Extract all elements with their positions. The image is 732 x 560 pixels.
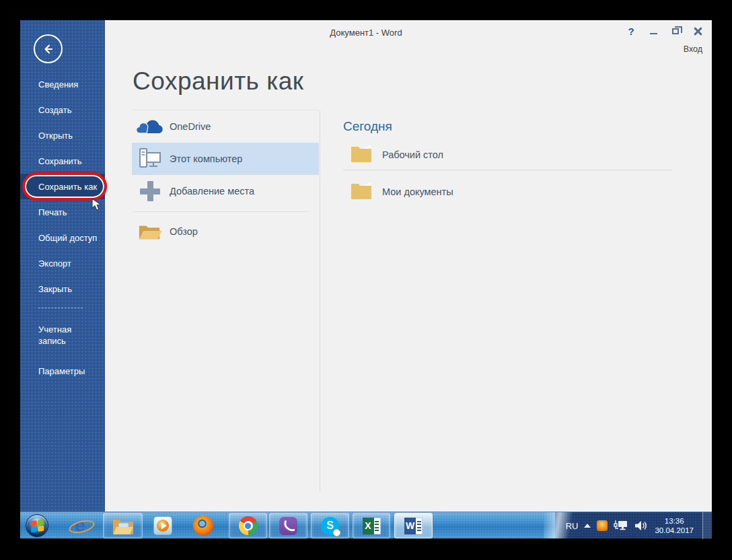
taskbar-item-viber[interactable] (269, 513, 307, 538)
backstage-sidebar: Сведения Создать Открыть Сохранить Сохра… (20, 20, 105, 512)
taskbar-item-firefox[interactable] (193, 516, 213, 536)
recent-group-heading: Сегодня (343, 119, 680, 134)
viber-icon (279, 517, 297, 535)
sidebar-item-label: Сведения (38, 79, 78, 90)
place-item-this-pc[interactable]: Этот компьютер (132, 143, 319, 175)
column-divider (320, 110, 320, 491)
start-button[interactable] (26, 514, 48, 537)
computer-icon (135, 147, 166, 171)
sidebar-item-export[interactable]: Экспорт (20, 250, 105, 276)
sidebar-item-label: Параметры (38, 366, 85, 376)
folder-item-my-documents[interactable]: Мои документы (343, 177, 680, 207)
close-icon (694, 27, 702, 36)
add-place-plus-icon (140, 181, 160, 201)
sidebar-item-info[interactable]: Сведения (20, 71, 105, 97)
skype-status-dot (333, 529, 340, 536)
folder-label: Мои документы (382, 186, 453, 197)
taskbar-item-ie[interactable]: e (70, 516, 90, 536)
show-desktop-button[interactable] (702, 512, 712, 539)
windows-logo-icon (30, 519, 44, 532)
restore-button[interactable] (667, 24, 684, 38)
media-player-icon (153, 516, 172, 535)
sidebar-item-label: Учетная запись (38, 324, 92, 347)
taskbar: e S X (20, 512, 712, 538)
sidebar-item-save-as[interactable]: Сохранить как (20, 174, 105, 199)
taskbar-item-excel[interactable]: X (353, 513, 390, 538)
tray-time: 13:36 (665, 517, 684, 525)
taskbar-item-word[interactable]: W (394, 513, 433, 538)
tray-clock[interactable]: 13:36 30.04.2017 (655, 516, 694, 535)
sidebar-item-label: Сохранить как (38, 182, 97, 192)
page-title: Сохранить как (133, 67, 303, 96)
volume-icon[interactable] (634, 520, 647, 531)
tray-date: 30.04.2017 (655, 526, 694, 534)
folder-item-desktop[interactable]: Рабочий стол (343, 140, 680, 170)
chrome-icon (239, 516, 258, 535)
network-icon[interactable] (614, 520, 628, 532)
explorer-icon (112, 517, 134, 535)
word-icon: W (404, 518, 423, 534)
browse-folder-icon (135, 222, 166, 241)
folder-icon (350, 180, 373, 204)
hidden-icons-chevron-icon[interactable] (584, 524, 591, 528)
minimize-icon (650, 33, 657, 34)
sidebar-item-label: Открыть (38, 131, 73, 141)
word-backstage-window: Документ1 - Word ? Вход Сведения Создать… (20, 20, 712, 512)
excel-icon: X (363, 518, 381, 534)
sidebar-item-new[interactable]: Создать (20, 97, 105, 123)
sign-in-link[interactable]: Вход (684, 44, 702, 54)
back-arrow-icon (40, 41, 57, 57)
recent-separator (343, 170, 673, 170)
sidebar-item-share[interactable]: Общий доступ (20, 225, 105, 250)
close-button[interactable] (689, 24, 706, 38)
sidebar-item-account[interactable]: Учетная запись (20, 319, 105, 351)
folder-icon (350, 143, 373, 167)
place-label: OneDrive (170, 121, 211, 132)
sidebar-item-label: Создать (38, 105, 71, 115)
places-separator (133, 211, 309, 212)
ie-icon: e (70, 516, 90, 536)
sidebar-item-label: Печать (38, 207, 67, 217)
sidebar-separator (38, 308, 83, 308)
taskbar-item-wmp[interactable] (153, 516, 173, 536)
sidebar-item-print[interactable]: Печать (20, 199, 105, 225)
system-tray: RU 13:36 30.04.2017 (566, 512, 712, 539)
sidebar-item-open[interactable]: Открыть (20, 123, 105, 148)
place-label: Добавление места (170, 186, 254, 197)
tray-app-icon[interactable] (597, 520, 608, 531)
window-title: Документ1 - Word (20, 28, 712, 38)
window-controls: ? (622, 24, 706, 38)
help-button[interactable]: ? (622, 24, 640, 38)
place-item-onedrive[interactable]: OneDrive (132, 110, 319, 143)
folder-label: Рабочий стол (382, 149, 443, 160)
place-item-browse[interactable]: Обзор (132, 215, 319, 248)
sidebar-item-label: Закрыть (38, 284, 72, 294)
taskbar-item-skype[interactable]: S (311, 513, 349, 538)
sidebar-item-save[interactable]: Сохранить (20, 148, 105, 174)
restore-icon (672, 28, 679, 34)
firefox-icon (193, 516, 213, 536)
place-item-add-place[interactable]: Добавление места (132, 175, 319, 207)
back-button[interactable] (34, 34, 63, 63)
place-label: Обзор (170, 226, 198, 237)
sidebar-item-label: Сохранить (38, 156, 82, 166)
language-indicator[interactable]: RU (566, 521, 579, 531)
help-icon: ? (628, 26, 634, 37)
sidebar-item-label: Экспорт (38, 258, 71, 269)
skype-icon: S (321, 517, 339, 535)
sidebar-item-label: Общий доступ (38, 233, 97, 243)
minimize-button[interactable] (645, 24, 662, 38)
place-label: Этот компьютер (170, 153, 242, 164)
sidebar-item-close-doc[interactable]: Закрыть (20, 276, 105, 302)
recent-section: Сегодня Рабочий стол Мои документы (343, 119, 680, 134)
taskbar-item-explorer[interactable] (103, 513, 143, 538)
taskbar-item-chrome[interactable] (229, 513, 267, 538)
onedrive-cloud-icon (135, 118, 166, 135)
sidebar-item-options[interactable]: Параметры (20, 358, 105, 384)
